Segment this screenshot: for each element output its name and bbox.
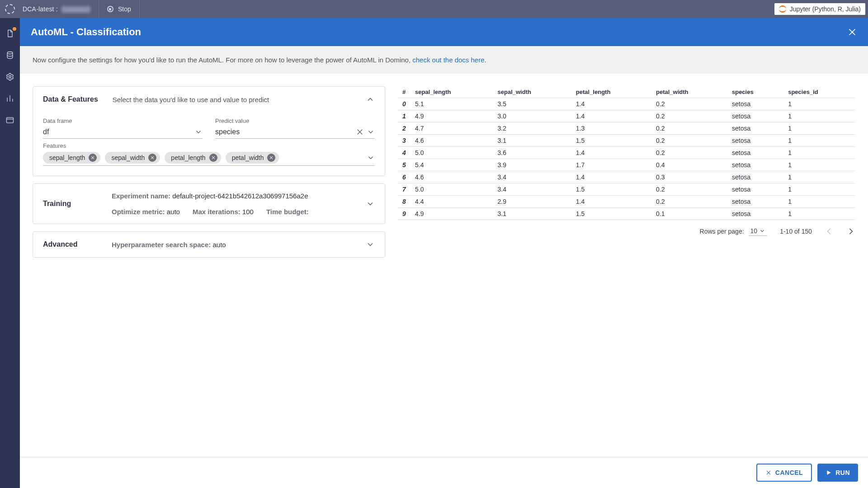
rail-files-icon[interactable]: [5, 29, 14, 38]
rail-terminal-icon[interactable]: [5, 116, 14, 125]
metric-value: auto: [167, 208, 180, 216]
panel-data-header[interactable]: Data & Features Select the data you'd li…: [33, 87, 385, 112]
exp-name-label: Experiment name:: [112, 192, 170, 200]
badge-icon: [13, 27, 16, 31]
predict-field: Predict value species: [215, 117, 375, 139]
rows-per-page-select[interactable]: 10: [749, 226, 768, 236]
rail-charts-icon[interactable]: [5, 94, 14, 103]
info-banner: Now configure the settings for how you'd…: [20, 46, 868, 74]
jupyter-icon: [779, 5, 786, 13]
table-cell: 1.5: [571, 183, 651, 196]
chevron-down-icon: [366, 240, 375, 249]
info-suffix: .: [485, 56, 486, 64]
table-cell: 5: [398, 159, 410, 171]
dropdown-icon: [367, 154, 375, 162]
exp-name-value: default-project-6421b542612a306997156a2e: [172, 192, 308, 200]
project-name: DCA-latest :: [20, 5, 99, 13]
cancel-label: CANCEL: [775, 469, 803, 476]
panel-data-features: Data & Features Select the data you'd li…: [33, 86, 385, 176]
table-cell: 4.7: [410, 122, 493, 135]
main-pane: AutoML - Classification Now configure th…: [20, 18, 868, 488]
rail-settings-icon[interactable]: [5, 72, 14, 81]
workspace: AutoML - Classification Now configure th…: [0, 18, 868, 488]
table-cell: 1: [783, 147, 855, 159]
chip-label: petal_length: [171, 154, 205, 161]
close-button[interactable]: [847, 27, 857, 37]
table-cell: 0.4: [651, 159, 727, 171]
data-table: #sepal_lengthsepal_widthpetal_lengthpeta…: [398, 86, 855, 220]
predict-label: Predict value: [215, 117, 375, 124]
table-cell: 3: [398, 135, 410, 147]
stop-button[interactable]: Stop: [99, 0, 140, 18]
prev-page-button[interactable]: [825, 227, 834, 236]
table-cell: 1.3: [571, 122, 651, 135]
rows-per-page: Rows per page: 10: [700, 226, 768, 236]
panel-training-header[interactable]: Training Experiment name: default-projec…: [33, 184, 385, 224]
predict-select[interactable]: species: [215, 125, 375, 139]
stop-icon: [107, 6, 113, 12]
table-cell: 0: [398, 98, 410, 110]
table-cell: setosa: [727, 183, 783, 196]
table-cell: 5.1: [410, 98, 493, 110]
table-cell: 0.2: [651, 147, 727, 159]
column-header: sepal_width: [493, 86, 571, 98]
column-header: petal_width: [651, 86, 727, 98]
table-cell: 3.9: [493, 159, 571, 171]
table-cell: 1: [783, 183, 855, 196]
table-cell: 3.6: [493, 147, 571, 159]
column-header: sepal_length: [410, 86, 493, 98]
table-cell: setosa: [727, 208, 783, 220]
column-header: species: [727, 86, 783, 98]
table-cell: 1.5: [571, 208, 651, 220]
features-select[interactable]: sepal_lengthsepal_widthpetal_lengthpetal…: [43, 150, 375, 166]
metric-label: Optimize metric:: [112, 208, 165, 216]
chip-remove-icon[interactable]: [89, 154, 97, 162]
table-cell: 7: [398, 183, 410, 196]
workspace-tool-chip[interactable]: Jupyter (Python, R, Julia): [774, 3, 865, 15]
rail-data-icon[interactable]: [5, 51, 14, 60]
svg-rect-2: [7, 117, 14, 123]
table-cell: setosa: [727, 122, 783, 135]
table-cell: setosa: [727, 196, 783, 208]
table-cell: 1.4: [571, 110, 651, 122]
table-cell: setosa: [727, 147, 783, 159]
page-header: AutoML - Classification: [20, 18, 868, 46]
table-row: 05.13.51.40.2setosa1: [398, 98, 855, 110]
table-cell: 5.0: [410, 147, 493, 159]
table-cell: 3.1: [493, 208, 571, 220]
chip-remove-icon[interactable]: [267, 154, 275, 162]
feature-chip: petal_width: [226, 152, 279, 164]
dataframe-label: Data frame: [43, 117, 203, 124]
dataframe-select[interactable]: df: [43, 125, 203, 139]
project-prefix: DCA-latest :: [23, 5, 58, 13]
cancel-button[interactable]: CANCEL: [756, 464, 812, 482]
table-cell: 2: [398, 122, 410, 135]
run-label: RUN: [835, 469, 850, 476]
table-cell: 0.2: [651, 122, 727, 135]
clear-icon[interactable]: [356, 128, 364, 136]
iter-value: 100: [242, 208, 254, 216]
chip-remove-icon[interactable]: [209, 154, 217, 162]
table-cell: 0.2: [651, 183, 727, 196]
feature-chip: petal_length: [165, 152, 221, 164]
table-cell: 0.2: [651, 98, 727, 110]
table-row: 14.93.01.40.2setosa1: [398, 110, 855, 122]
domino-logo-icon: [5, 4, 15, 14]
docs-link[interactable]: check out the docs here: [412, 56, 484, 64]
run-button[interactable]: RUN: [817, 464, 858, 482]
table-cell: 4.6: [410, 135, 493, 147]
rows-per-page-label: Rows per page:: [700, 228, 744, 235]
table-row: 84.42.91.40.2setosa1: [398, 196, 855, 208]
table-cell: 9: [398, 208, 410, 220]
table-cell: 1: [783, 110, 855, 122]
panel-advanced-header[interactable]: Advanced Hyperparameter search space: au…: [33, 232, 385, 257]
chip-remove-icon[interactable]: [148, 154, 156, 162]
panel-data-subtitle: Select the data you'd like to use and va…: [113, 96, 269, 103]
table-cell: 1: [398, 110, 410, 122]
features-label: Features: [43, 142, 375, 149]
table-cell: 4: [398, 147, 410, 159]
table-cell: 3.4: [493, 171, 571, 183]
app-logo: [0, 4, 20, 14]
table-cell: 3.0: [493, 110, 571, 122]
next-page-button[interactable]: [846, 227, 855, 236]
